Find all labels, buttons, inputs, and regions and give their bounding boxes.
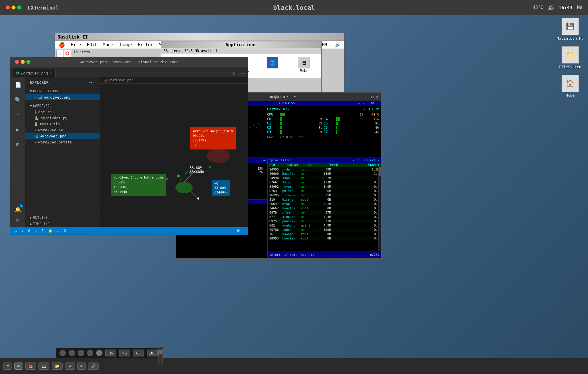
proc-row-8[interactable]: 26647 btop me 5.2M 0.1: [268, 202, 381, 206]
footer-info[interactable]: ↓↑ info: [284, 253, 297, 257]
split-icon[interactable]: ⊞: [232, 70, 235, 76]
taskbar-terminal[interactable]: 🖥: [65, 363, 75, 370]
taskbar-settings[interactable]: ⚙: [77, 363, 86, 370]
c6-bar: [336, 126, 368, 129]
scroll-handle[interactable]: [158, 350, 163, 354]
c1-label: C1: [267, 121, 278, 125]
tab-close[interactable]: ×: [50, 71, 52, 75]
more-icon[interactable]: ···: [237, 70, 246, 76]
scroll-control[interactable]: [158, 347, 163, 364]
htop-wm-btn1[interactable]: □: [371, 94, 374, 99]
app-icon-unix[interactable]: 🖥 Unix: [289, 57, 318, 75]
taskbar-firefox[interactable]: 🦊: [25, 363, 36, 370]
dot-2[interactable]: [69, 350, 75, 356]
explorer-more[interactable]: ···: [88, 80, 95, 85]
vscode-max[interactable]: [26, 60, 30, 64]
core-c6: C6 4%: [324, 126, 379, 130]
file-menu[interactable]: File: [71, 42, 81, 47]
taskbar-audio[interactable]: 🔊: [88, 363, 99, 370]
vscode-close[interactable]: [15, 60, 19, 64]
filesystem-icon[interactable]: 📁 FileSystem: [557, 46, 584, 69]
svg-point-3: [166, 178, 168, 180]
app-icon-browse[interactable]: 🌐 Browse the Internet: [258, 57, 287, 75]
footer-signals[interactable]: signals: [301, 253, 314, 257]
proc-row-13[interactable]: 642 avahi-d avahi 4.9M 0.0: [268, 223, 381, 228]
proc-row-4[interactable]: 24992 rsync me 8.9M 0.3: [268, 185, 381, 189]
project-toggle[interactable]: ▼ WORD2VEC: [25, 103, 100, 109]
close-button[interactable]: [6, 5, 10, 9]
taskbar-vscode-blue[interactable]: 💻: [38, 363, 49, 370]
c2-pct: 8%: [312, 126, 322, 130]
taskbar-windows[interactable]: ⊞: [14, 363, 23, 370]
apple-menu[interactable]: 🍎: [59, 42, 65, 48]
proc-row-12[interactable]: 6925 panel-2 me 21M 0.0: [268, 219, 381, 223]
timeline-toggle[interactable]: ▶ TIMELINE: [25, 221, 100, 227]
proc-row-5[interactable]: 6764 pulseau me 26M 0.2: [268, 189, 381, 193]
footer-select[interactable]: select: [269, 253, 281, 257]
extensions-icon[interactable]: ⊞: [13, 139, 23, 149]
explorer-icon[interactable]: 📄: [13, 79, 23, 90]
lasso-tool[interactable]: ⭕: [64, 50, 71, 57]
dot-4[interactable]: [87, 350, 93, 356]
home-icon[interactable]: 🏠 Home: [557, 75, 584, 97]
apps-titlebar[interactable]: Applications: [161, 41, 321, 48]
file-text8[interactable]: 🗜 text8.zip: [25, 121, 100, 127]
vscode-tab-png[interactable]: 🖼 word2vec.png ×: [13, 69, 56, 77]
proc-row-1[interactable]: 26609 Basilis me 149M 1.1: [268, 172, 381, 176]
menu-icon: ≡: [7, 364, 9, 368]
macintosh-hd-icon[interactable]: 💾 Macintosh HD: [557, 18, 584, 41]
search-icon[interactable]: 🔍: [13, 94, 23, 105]
file-gprof2dot[interactable]: 🐍 gprof2dot.py: [25, 115, 100, 121]
proc-scroll[interactable]: 24995 xrdp xrdp 39M 1.3 26609 Basilis me: [268, 167, 381, 251]
debug-icon[interactable]: ▶: [13, 124, 23, 135]
file-dot-sh[interactable]: $ dot.sh: [25, 109, 100, 115]
proc-row-10[interactable]: 6879 xfwm4 me 97M 0.1: [268, 210, 381, 215]
c3-label: C3: [267, 130, 278, 134]
close-file-icon[interactable]: ✕: [34, 95, 36, 99]
proc-row-6[interactable]: 26295 lxtermi me 35M 0.1: [268, 193, 381, 197]
proc-row-9[interactable]: 24662 kworker root 0B 0.1: [268, 206, 381, 210]
proc-row-7[interactable]: 519 disp_en root 0B 0.1: [268, 197, 381, 202]
num-100[interactable]: 100: [147, 350, 158, 356]
notification-icon[interactable]: 🔔 1: [13, 204, 23, 214]
proc-row-11[interactable]: 6771 xrdp-ch me 4.3M 0.0: [268, 215, 381, 219]
git-icon[interactable]: ⑃: [13, 109, 23, 120]
taskbar-menu[interactable]: ≡: [3, 363, 12, 370]
file-word2vec-hy[interactable]: ≡ word2vec.hy: [25, 127, 100, 133]
minimize-button[interactable]: [11, 5, 16, 9]
num-45[interactable]: 45: [119, 350, 130, 356]
file-word2vec-png[interactable]: 🖼 word2vec.png: [25, 133, 100, 139]
taskbar-filemanager[interactable]: 📁: [52, 363, 63, 370]
chevron-down-icon2: ▼: [30, 104, 32, 108]
file-word2vec-pstats[interactable]: ≡ word2vec.pstats: [25, 139, 100, 145]
proc-row-16[interactable]: 24993 kworker root 0B 0.0: [268, 236, 381, 241]
maximize-button[interactable]: [17, 5, 21, 9]
dot-3[interactable]: [78, 350, 84, 356]
core-c2: C2 8%: [267, 126, 322, 130]
settings-icon[interactable]: ⚙: [13, 214, 23, 225]
proc-scrollbar[interactable]: [378, 167, 381, 251]
proc-scrollbar-thumb[interactable]: [379, 167, 381, 176]
select-tool[interactable]: ⬚: [56, 50, 63, 57]
tab-label: word2vec.png: [21, 71, 48, 75]
open-file-item[interactable]: ✕ 🖼 word2vec.png: [25, 94, 100, 100]
image-menu[interactable]: Image: [119, 42, 132, 47]
proc-row-2[interactable]: 24990 sshd me 6.2M 1.1: [268, 176, 381, 180]
proc-row-15[interactable]: 76 kswapd0 root 0B 0.0: [268, 232, 381, 236]
open-editors-toggle[interactable]: ▼ OPEN EDITORS: [25, 88, 100, 94]
mode-menu[interactable]: Mode: [103, 42, 113, 47]
num-35[interactable]: 35: [105, 350, 116, 356]
basilisk-titlebar[interactable]: Basilisk II: [55, 33, 344, 41]
proc-row-0[interactable]: 24995 xrdp xrdp 39M 1.3: [268, 167, 381, 172]
num-65[interactable]: 65: [133, 350, 144, 356]
outline-toggle[interactable]: ▶ OUTLINE: [25, 214, 100, 221]
proc-row-14[interactable]: 25708 code me 190M 0.0: [268, 228, 381, 232]
dot-5[interactable]: [96, 350, 102, 356]
dot-1[interactable]: [59, 350, 66, 356]
edit-menu[interactable]: Edit: [87, 42, 97, 47]
htop-wm-btn2[interactable]: ×: [376, 94, 378, 99]
vscode-min[interactable]: [21, 60, 25, 64]
volume-icon[interactable]: 🔊: [548, 5, 554, 11]
filter-menu[interactable]: Filter: [138, 42, 153, 47]
proc-row-3[interactable]: 6766 Xorg me 153M 0.8: [268, 180, 381, 185]
